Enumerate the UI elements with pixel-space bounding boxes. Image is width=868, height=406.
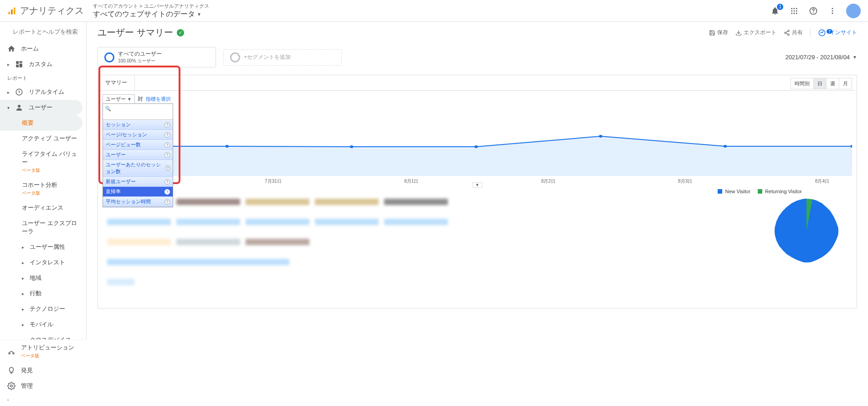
nav-active-users[interactable]: アクティブ ユーザー [0,131,86,146]
nav-behavior[interactable]: ▸行動 [0,286,86,301]
metrics-blurred [107,199,747,299]
help-icon[interactable]: ? [164,179,170,185]
account-avatar[interactable] [846,4,861,18]
nav-home[interactable]: ホーム [0,41,86,57]
help-icon[interactable]: ? [164,199,170,205]
sidebar-search[interactable] [0,22,86,41]
nav-label: オーディエンス [22,204,63,212]
help-icon [809,6,818,15]
nav-cohort[interactable]: コホート分析ベータ版 [0,177,86,200]
gran-hourly[interactable]: 時間別 [791,78,813,89]
insights-badge: 7 [827,29,832,34]
nav-label: ユーザー属性 [30,243,65,251]
nav-realtime[interactable]: ▸ リアルタイム [0,84,86,100]
nav-interests[interactable]: ▸インタレスト [0,255,86,270]
tab-summary[interactable]: サマリー [98,75,135,90]
nav-custom[interactable]: ▸ カスタム [0,57,86,72]
logo[interactable]: アナリティクス [7,5,84,17]
insights-button[interactable]: 7 インサイト [818,29,857,37]
legend-swatch-new [718,189,722,194]
verified-icon: ✓ [177,29,184,36]
apps-button[interactable] [789,5,800,16]
nav-overview[interactable]: 概要 [0,115,82,131]
nav-admin[interactable]: 管理 [0,378,87,394]
nav-discover[interactable]: 発見 [0,363,87,378]
help-icon[interactable]: ? [164,189,170,195]
chart-expand-handle[interactable]: ▼ [473,182,483,188]
chevron-down-icon: ▾ [7,105,10,110]
gran-day[interactable]: 日 [813,78,826,89]
insights-icon [818,29,826,37]
export-button[interactable]: エクスポート [735,29,776,36]
dropdown-item[interactable]: 平均セッション時間? [103,197,173,207]
help-icon[interactable]: ? [165,165,170,171]
svg-point-34 [226,145,229,148]
add-segment-button[interactable]: +セグメントを追加 [223,49,342,66]
nav-user[interactable]: ▾ ユーザー [0,100,82,115]
sidebar: ホーム ▸ カスタム レポート ▸ リアルタイム ▾ ユーザー 概要 アクティブ… [0,22,87,406]
nav-geo[interactable]: ▸地域 [0,270,86,286]
svg-point-5 [796,8,797,9]
dropdown-item[interactable]: セッション? [103,120,173,130]
gran-week[interactable]: 週 [826,78,839,89]
more-button[interactable] [827,5,838,16]
property-selector[interactable]: すべてのアカウント > ユニバーサルアナリティクス すべてのウェブサイトのデータ… [93,3,209,19]
svg-point-9 [791,12,792,14]
nav-technology[interactable]: ▸テクノロジー [0,301,86,317]
nav-label: カスタム [29,60,52,68]
dropdown-item[interactable]: ユーザー? [103,150,173,160]
nav-attribution[interactable]: アトリビューションベータ版 [0,340,87,363]
notifications-button[interactable]: 1 [770,5,781,16]
dropdown-item[interactable]: 新規ユーザー? [103,177,173,187]
dropdown-item[interactable]: ページビュー数? [103,140,173,150]
secondary-metric-link[interactable]: 指標を選択 [146,96,171,103]
svg-line-32 [786,31,788,32]
dropdown-item[interactable]: ページ/セッション? [103,130,173,140]
segment-all-users[interactable]: すべてのユーザー 100.00% ユーザー [98,47,216,67]
chevron-right-icon: ▸ [22,322,24,327]
help-icon[interactable]: ? [164,132,170,138]
beta-label: ベータ版 [22,168,40,173]
nav-label: テクノロジー [30,305,65,313]
help-icon[interactable]: ? [164,122,170,128]
help-icon[interactable]: ? [164,142,170,148]
save-button[interactable]: 保存 [709,29,728,36]
apps-grid-icon [790,7,798,15]
dropdown-item[interactable]: 直帰率? [103,187,173,197]
nav-user-attr[interactable]: ▸ユーザー属性 [0,239,86,255]
svg-point-14 [832,8,833,9]
download-icon [735,30,742,36]
nav-section-reports: レポート [0,72,86,84]
legend-swatch-returning [758,189,762,194]
nav-audiences[interactable]: オーディエンス [0,200,86,216]
chevron-right-icon: ▸ [22,260,24,265]
share-button[interactable]: 共有 [784,29,803,36]
vs-label: 対 [138,95,143,103]
svg-point-38 [724,145,727,148]
search-input[interactable] [13,28,87,35]
dropdown-search-input[interactable] [105,113,171,118]
sidebar-collapse[interactable]: ‹ [0,394,87,406]
help-icon[interactable]: ? [164,152,170,158]
dropdown-search[interactable]: 🔍 [103,104,173,120]
help-button[interactable] [808,5,819,16]
chevron-left-icon: ‹ [7,397,9,402]
gran-month[interactable]: 月 [839,78,852,89]
property-name: すべてのウェブサイトのデータ [93,10,195,19]
add-segment-label: +セグメントを追加 [244,53,291,61]
dropdown-item[interactable]: ユーザーあたりのセッション数? [103,160,173,177]
nav-label: ホーム [21,45,39,53]
nav-mobile[interactable]: ▸モバイル [0,317,86,332]
nav-label: コホート分析 [22,181,57,188]
svg-point-28 [788,30,790,32]
granularity-toggle: 時間別 日 週 月 [791,78,852,89]
svg-point-16 [832,12,833,14]
nav-lifetime-value[interactable]: ライフタイム バリューベータ版 [0,146,86,177]
primary-metric-dropdown[interactable]: ユーザー ▼ [103,94,135,104]
chevron-right-icon: ▸ [22,245,24,250]
svg-point-30 [788,34,790,36]
svg-point-36 [474,145,478,148]
nav-user-explorer[interactable]: ユーザー エクスプローラ [0,216,86,239]
date-range-picker[interactable]: 2021/07/29 - 2021/08/04 ▼ [785,54,857,61]
nav-label: ユーザー [29,103,52,112]
